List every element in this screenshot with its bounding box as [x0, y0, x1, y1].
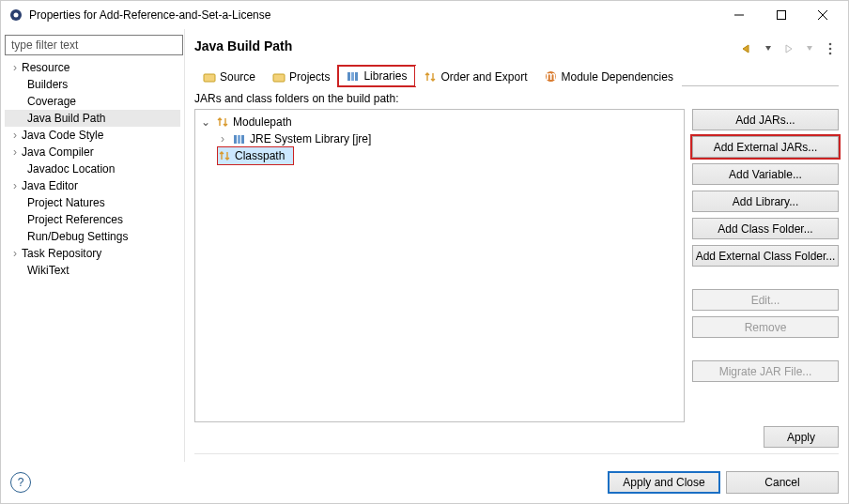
footer-buttons: Apply and Close Cancel — [608, 471, 839, 494]
tab-source[interactable]: Source — [194, 66, 264, 86]
add-external-jars-button[interactable]: Add External JARs... — [692, 136, 839, 158]
tab-module-deps[interactable]: mModule Dependencies — [535, 66, 681, 86]
source-icon — [203, 70, 216, 84]
nav-run-debug[interactable]: Run/Debug Settings — [5, 228, 180, 245]
library-icon — [233, 132, 246, 145]
maximize-button[interactable] — [760, 2, 802, 28]
content: Java Build Path Source Projects Librarie… — [185, 29, 848, 462]
caret-icon: › — [10, 181, 20, 191]
caret-icon: › — [218, 134, 227, 144]
add-class-folder-button[interactable]: Add Class Folder... — [692, 218, 839, 239]
caret-icon: › — [10, 130, 20, 140]
footer: ? Apply and Close Cancel — [1, 462, 848, 503]
svg-point-6 — [829, 43, 832, 46]
nav-tree: ›Resource Builders Coverage Java Build P… — [5, 59, 180, 279]
svg-point-7 — [829, 48, 832, 51]
nav-icons — [739, 40, 839, 57]
order-icon — [424, 70, 437, 84]
nav-project-references[interactable]: Project References — [5, 211, 180, 228]
tab-libraries[interactable]: Libraries — [338, 66, 415, 86]
forward-icon[interactable] — [780, 40, 797, 57]
svg-rect-12 — [351, 72, 354, 81]
nav-project-natures[interactable]: Project Natures — [5, 194, 180, 211]
nav-builders[interactable]: Builders — [5, 76, 180, 93]
button-column: Add JARs... Add External JARs... Add Var… — [692, 109, 839, 422]
cancel-button[interactable]: Cancel — [726, 471, 839, 494]
svg-rect-16 — [234, 135, 237, 144]
forward-menu-icon[interactable] — [801, 40, 818, 57]
buildpath-tree[interactable]: ⌄ Modulepath › JRE System Library [jre] … — [194, 109, 685, 422]
jars-label: JARs and class folders on the build path… — [194, 92, 839, 105]
modulepath-icon — [216, 115, 229, 129]
svg-rect-9 — [204, 74, 215, 82]
nav-coverage[interactable]: Coverage — [5, 93, 180, 110]
svg-rect-3 — [777, 11, 785, 20]
body-row: ⌄ Modulepath › JRE System Library [jre] … — [194, 109, 839, 422]
nav-wikitext[interactable]: WikiText — [5, 262, 180, 279]
apply-close-button[interactable]: Apply and Close — [608, 471, 720, 494]
nav-java-compiler[interactable]: ›Java Compiler — [5, 144, 180, 160]
sidebar: type filter text ›Resource Builders Cove… — [1, 29, 185, 462]
menu-icon[interactable] — [822, 40, 839, 57]
nav-task-repository[interactable]: ›Task Repository — [5, 245, 180, 262]
nav-javadoc-location[interactable]: Javadoc Location — [5, 160, 180, 177]
back-menu-icon[interactable] — [760, 40, 777, 57]
tree-jre-library[interactable]: › JRE System Library [jre] — [197, 130, 682, 147]
tabs: Source Projects Libraries Order and Expo… — [194, 65, 839, 86]
caret-down-icon: ⌄ — [201, 117, 210, 127]
svg-rect-17 — [238, 135, 240, 144]
svg-rect-11 — [347, 72, 350, 81]
add-library-button[interactable]: Add Library... — [692, 191, 839, 212]
remove-button: Remove — [692, 316, 839, 338]
back-icon[interactable] — [739, 40, 756, 57]
window-title: Properties for Add-Reference-and-Set-a-L… — [29, 8, 718, 22]
svg-rect-10 — [273, 74, 285, 82]
projects-icon — [272, 70, 286, 84]
tree-classpath[interactable]: Classpath — [218, 147, 293, 164]
page-title: Java Build Path — [194, 38, 292, 53]
minimize-button[interactable] — [718, 2, 760, 28]
svg-point-8 — [829, 53, 832, 55]
titlebar: Properties for Add-Reference-and-Set-a-L… — [1, 1, 848, 29]
libraries-icon — [347, 69, 360, 83]
svg-rect-13 — [355, 72, 358, 81]
add-variable-button[interactable]: Add Variable... — [692, 163, 839, 185]
filter-input[interactable]: type filter text — [5, 35, 183, 55]
close-button[interactable] — [802, 2, 844, 28]
svg-rect-18 — [241, 135, 244, 144]
caret-icon: › — [10, 147, 20, 157]
module-icon: m — [544, 70, 557, 84]
tab-order-export[interactable]: Order and Export — [415, 66, 535, 86]
help-icon[interactable]: ? — [10, 472, 31, 493]
main-area: type filter text ›Resource Builders Cove… — [1, 29, 848, 462]
filter-placeholder: type filter text — [11, 38, 78, 52]
svg-point-1 — [14, 13, 19, 18]
caret-icon: › — [10, 249, 20, 258]
nav-java-build-path[interactable]: Java Build Path — [5, 110, 180, 127]
apply-button[interactable]: Apply — [764, 426, 839, 448]
header-row: Java Build Path — [194, 37, 839, 61]
nav-java-code-style[interactable]: ›Java Code Style — [5, 127, 180, 144]
add-jars-button[interactable]: Add JARs... — [692, 109, 839, 130]
add-external-class-folder-button[interactable]: Add External Class Folder... — [692, 245, 839, 267]
apply-row: Apply — [194, 422, 839, 454]
classpath-icon — [218, 149, 231, 162]
app-icon — [8, 8, 23, 23]
caret-icon: › — [10, 63, 20, 72]
edit-button: Edit... — [692, 289, 839, 311]
svg-text:m: m — [546, 70, 556, 83]
migrate-jar-button: Migrate JAR File... — [692, 360, 839, 382]
nav-java-editor[interactable]: ›Java Editor — [5, 177, 180, 194]
tab-projects[interactable]: Projects — [264, 66, 338, 86]
tree-modulepath[interactable]: ⌄ Modulepath — [197, 114, 682, 130]
nav-resource[interactable]: ›Resource — [5, 59, 180, 76]
